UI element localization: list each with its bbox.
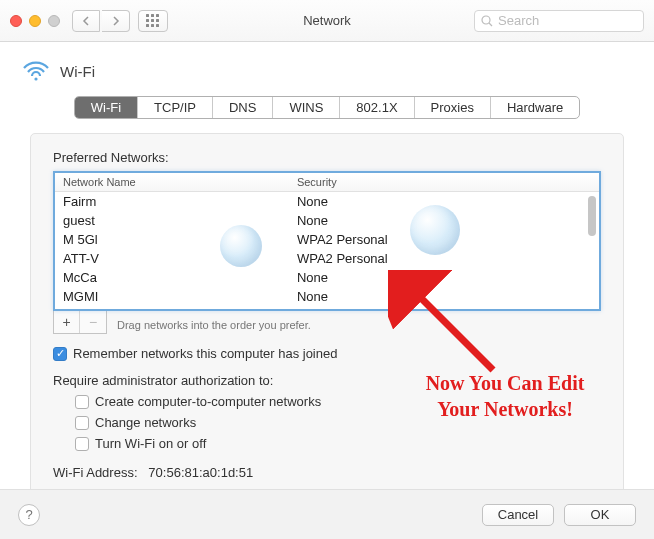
traffic-lights	[10, 15, 60, 27]
tab-dns[interactable]: DNS	[213, 97, 273, 118]
tab-tcpip[interactable]: TCP/IP	[138, 97, 213, 118]
close-window-button[interactable]	[10, 15, 22, 27]
table-row[interactable]: FairmNone	[55, 192, 599, 211]
remember-networks-checkbox[interactable]	[53, 347, 67, 361]
back-button[interactable]	[72, 10, 100, 32]
table-body[interactable]: FairmNone guestNone M 5GlWPA2 Personal A…	[55, 192, 599, 307]
preferred-networks-label: Preferred Networks:	[53, 150, 601, 165]
tab-hardware[interactable]: Hardware	[491, 97, 579, 118]
networks-table[interactable]: Network Name Security FairmNone guestNon…	[53, 171, 601, 311]
table-row[interactable]: ATT-VWPA2 Personal	[55, 249, 599, 268]
cancel-button[interactable]: Cancel	[482, 504, 554, 526]
tab-bar: Wi-Fi TCP/IP DNS WINS 802.1X Proxies Har…	[22, 96, 632, 119]
admin-toggle-label: Turn Wi-Fi on or off	[95, 436, 206, 451]
pane-header: Wi-Fi	[22, 60, 632, 82]
table-row[interactable]: McCaNone	[55, 268, 599, 287]
window-toolbar: Network Search	[0, 0, 654, 42]
wifi-address-row: Wi-Fi Address: 70:56:81:a0:1d:51	[53, 465, 601, 480]
table-row[interactable]: guestNone	[55, 211, 599, 230]
wifi-address-value: 70:56:81:a0:1d:51	[148, 465, 253, 480]
tab-8021x[interactable]: 802.1X	[340, 97, 414, 118]
remember-networks-label: Remember networks this computer has join…	[73, 346, 337, 361]
show-all-button[interactable]	[138, 10, 168, 32]
help-button[interactable]: ?	[18, 504, 40, 526]
table-row[interactable]: M 5GlWPA2 Personal	[55, 230, 599, 249]
col-header-name[interactable]: Network Name	[55, 176, 289, 188]
remember-networks-row[interactable]: Remember networks this computer has join…	[53, 346, 601, 361]
svg-point-0	[482, 16, 490, 24]
add-network-button[interactable]: +	[54, 311, 80, 333]
tab-wins[interactable]: WINS	[273, 97, 340, 118]
admin-toggle-row[interactable]: Turn Wi-Fi on or off	[75, 436, 601, 451]
search-field[interactable]: Search	[474, 10, 644, 32]
forward-button[interactable]	[102, 10, 130, 32]
table-row[interactable]: MGMINone	[55, 287, 599, 306]
admin-change-checkbox[interactable]	[75, 416, 89, 430]
admin-change-label: Change networks	[95, 415, 196, 430]
grid-icon	[146, 14, 160, 28]
scrollbar-thumb[interactable]	[588, 196, 596, 236]
tab-wifi[interactable]: Wi-Fi	[75, 97, 138, 118]
ok-button[interactable]: OK	[564, 504, 636, 526]
admin-toggle-checkbox[interactable]	[75, 437, 89, 451]
table-header: Network Name Security	[55, 173, 599, 192]
tab-proxies[interactable]: Proxies	[415, 97, 491, 118]
drag-hint: Drag networks into the order you prefer.	[117, 315, 311, 331]
minimize-window-button[interactable]	[29, 15, 41, 27]
zoom-window-button[interactable]	[48, 15, 60, 27]
admin-create-label: Create computer-to-computer networks	[95, 394, 321, 409]
settings-panel: Preferred Networks: Network Name Securit…	[30, 133, 624, 495]
bottom-bar: ? Cancel OK	[0, 489, 654, 539]
admin-auth-heading: Require administrator authorization to:	[53, 373, 601, 388]
wifi-icon	[22, 60, 50, 82]
admin-change-row[interactable]: Change networks	[75, 415, 601, 430]
nav-button-group	[72, 10, 130, 32]
content-area: Wi-Fi Wi-Fi TCP/IP DNS WINS 802.1X Proxi…	[0, 42, 654, 495]
admin-create-row[interactable]: Create computer-to-computer networks	[75, 394, 601, 409]
search-icon	[481, 15, 493, 27]
remove-network-button[interactable]: −	[80, 311, 106, 333]
wifi-address-label: Wi-Fi Address:	[53, 465, 138, 480]
table-footer: + − Drag networks into the order you pre…	[53, 311, 601, 334]
svg-point-2	[34, 77, 37, 80]
admin-create-checkbox[interactable]	[75, 395, 89, 409]
svg-line-1	[489, 23, 492, 26]
search-placeholder: Search	[498, 13, 539, 28]
col-header-security[interactable]: Security	[289, 176, 599, 188]
pane-title: Wi-Fi	[60, 63, 95, 80]
